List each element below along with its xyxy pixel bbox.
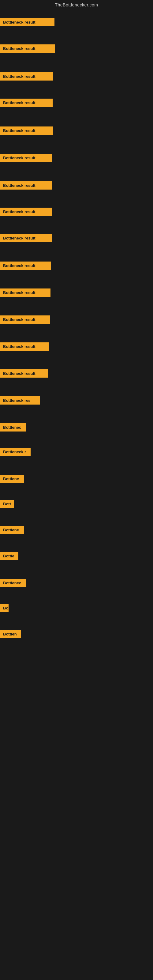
bottleneck-result-item[interactable]: Bottle [0, 552, 18, 560]
bottleneck-result-item[interactable]: Bottlene [0, 475, 24, 483]
bottleneck-result-item[interactable]: Bottleneck result [0, 208, 52, 216]
bottleneck-result-item[interactable]: Bott [0, 500, 14, 508]
bottleneck-result-item[interactable]: Bottleneck result [0, 99, 53, 107]
bottleneck-result-item[interactable]: Bo [0, 604, 9, 612]
bottleneck-result-item[interactable]: Bottleneck result [0, 126, 53, 135]
bottleneck-result-item[interactable]: Bottlen [0, 630, 21, 638]
bottleneck-result-item[interactable]: Bottleneck result [0, 288, 51, 297]
bottleneck-result-item[interactable]: Bottleneck result [0, 369, 48, 378]
bottleneck-result-item[interactable]: Bottleneck result [0, 315, 50, 324]
bottleneck-result-item[interactable]: Bottleneck result [0, 18, 54, 26]
bottleneck-result-item[interactable]: Bottleneck result [0, 342, 49, 351]
bottleneck-result-item[interactable]: Bottleneck r [0, 448, 30, 456]
bottleneck-result-item[interactable]: Bottleneck result [0, 261, 51, 270]
bottleneck-result-item[interactable]: Bottleneck result [0, 72, 53, 81]
bottleneck-result-item[interactable]: Bottleneck result [0, 45, 55, 52]
bottleneck-result-item[interactable]: Bottleneck result [0, 234, 52, 242]
bottleneck-result-item[interactable]: Bottleneck result [0, 154, 52, 162]
bottleneck-result-item[interactable]: Bottlenec [0, 579, 26, 587]
site-title: TheBottlenecker.com [0, 0, 153, 10]
bottleneck-result-item[interactable]: Bottlenec [0, 423, 26, 431]
bottleneck-result-item[interactable]: Bottlene [0, 526, 24, 534]
bottleneck-result-item[interactable]: Bottleneck result [0, 181, 52, 189]
bottleneck-result-item[interactable]: Bottleneck res [0, 396, 40, 404]
